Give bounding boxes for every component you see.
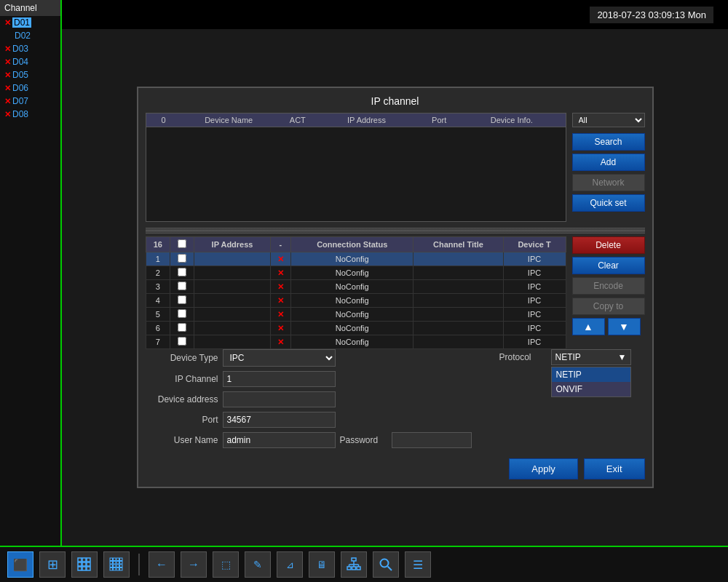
copy-to-button[interactable]: Copy to <box>572 298 645 315</box>
svg-rect-27 <box>352 567 356 570</box>
protocol-option-onvif[interactable]: ONVIF <box>552 382 630 396</box>
row-ip <box>194 308 270 322</box>
protocol-select-btn[interactable]: NETIP ▼ <box>551 349 631 365</box>
ip-channel-input[interactable] <box>223 371 336 387</box>
search-button[interactable]: Search <box>572 133 645 151</box>
row-ip <box>194 335 270 349</box>
row-x-cell: ✕ <box>270 308 291 322</box>
row-num: 5 <box>146 308 170 322</box>
username-input[interactable] <box>223 432 336 448</box>
sidebar-item-d04[interactable]: ✕D04 <box>0 55 60 68</box>
row-checkbox[interactable] <box>178 282 186 290</box>
table-row[interactable]: 5✕NoConfigIPC <box>146 308 566 322</box>
table-row[interactable]: 7✕NoConfigIPC <box>146 335 566 349</box>
dropdown-arrow-icon: ▼ <box>618 352 627 362</box>
svg-rect-5 <box>87 562 90 566</box>
taskbar-btn-search[interactable] <box>373 551 399 578</box>
select-all-checkbox[interactable] <box>178 239 186 248</box>
delete-button[interactable]: Delete <box>572 236 645 254</box>
svg-rect-9 <box>110 558 113 561</box>
row-x-cell: ✕ <box>270 322 291 335</box>
table-row[interactable]: 6✕NoConfigIPC <box>146 322 566 335</box>
taskbar-btn-next[interactable]: → <box>181 551 207 578</box>
row-num: 1 <box>146 252 170 266</box>
svg-rect-24 <box>120 568 123 571</box>
sidebar-item-d08[interactable]: ✕D08 <box>0 108 60 121</box>
device-type-row: Device Type IPC DVR NVR <box>146 349 492 367</box>
table-row[interactable]: 4✕NoConfigIPC <box>146 294 566 308</box>
taskbar-btn-prev[interactable]: ← <box>149 551 175 578</box>
table-row[interactable]: 3✕NoConfigIPC <box>146 280 566 294</box>
table-row[interactable]: 2✕NoConfigIPC <box>146 266 566 280</box>
exit-button[interactable]: Exit <box>584 458 645 479</box>
row-title <box>414 308 503 322</box>
taskbar-btn-live[interactable]: ⬛ <box>7 551 33 578</box>
up-arrow-button[interactable]: ▲ <box>572 318 605 335</box>
col-device-name: Device Name <box>178 116 280 124</box>
sidebar-item-d07[interactable]: ✕D07 <box>0 95 60 108</box>
sidebar-item-d05[interactable]: ✕D05 <box>0 68 60 81</box>
row-checkbox[interactable] <box>178 295 186 304</box>
add-button[interactable]: Add <box>572 154 645 171</box>
taskbar-btn-network[interactable] <box>341 551 367 578</box>
row-status: NoConfig <box>291 322 414 335</box>
row-checkbox[interactable] <box>178 309 186 318</box>
row-status: NoConfig <box>291 266 414 280</box>
device-address-input[interactable] <box>223 391 336 407</box>
apply-button[interactable]: Apply <box>509 458 578 479</box>
clear-button[interactable]: Clear <box>572 257 645 274</box>
table-row[interactable]: 1✕NoConfigIPC <box>146 252 566 266</box>
row-device: IPC <box>503 308 566 322</box>
ip-channel-label: IP Channel <box>146 374 218 384</box>
row-x-cell: ✕ <box>270 335 291 349</box>
sidebar-item-d06[interactable]: ✕D06 <box>0 81 60 95</box>
taskbar-btn-playback[interactable]: ⊿ <box>277 551 303 578</box>
port-input[interactable] <box>223 412 336 428</box>
device-type-select[interactable]: IPC DVR NVR <box>223 349 336 367</box>
row-x-icon: ✕ <box>277 324 284 332</box>
row-num: 4 <box>146 294 170 308</box>
taskbar-btn-ptz[interactable]: ✎ <box>245 551 271 578</box>
x-icon: ✕ <box>4 84 11 93</box>
taskbar-btn-split4[interactable]: ⊞ <box>39 551 66 578</box>
search-table-header: 0 Device Name ACT IP Address Port Device… <box>146 113 566 127</box>
row-checkbox[interactable] <box>178 254 186 263</box>
row-checkbox[interactable] <box>178 268 186 276</box>
svg-rect-13 <box>110 562 113 565</box>
th-status: Connection Status <box>291 237 414 252</box>
channel-label: D08 <box>12 109 28 119</box>
svg-rect-12 <box>120 558 123 561</box>
svg-rect-0 <box>78 558 82 562</box>
protocol-dropdown: NETIP ONVIF <box>551 367 631 397</box>
protocol-label: Protocol <box>499 352 547 362</box>
taskbar-separator-1 <box>138 554 140 575</box>
search-results-empty <box>146 127 566 215</box>
row-status: NoConfig <box>291 335 414 349</box>
row-checkbox[interactable] <box>178 337 186 346</box>
row-device: IPC <box>503 252 566 266</box>
row-cb-cell <box>170 252 194 266</box>
sidebar-item-d01[interactable]: ✕D01 <box>0 16 60 29</box>
row-checkbox[interactable] <box>178 323 186 332</box>
col-act: ACT <box>280 116 316 124</box>
quick-set-button[interactable]: Quick set <box>572 194 645 212</box>
encode-button[interactable]: Encode <box>572 277 645 295</box>
protocol-option-netip[interactable]: NETIP <box>552 367 630 382</box>
filter-select[interactable]: All NETIP ONVIF <box>572 113 645 127</box>
row-cb-cell <box>170 335 194 349</box>
taskbar-btn-split9[interactable] <box>71 551 98 578</box>
row-ip <box>194 266 270 280</box>
taskbar-btn-split16[interactable] <box>103 551 130 578</box>
svg-rect-23 <box>116 568 119 571</box>
sidebar-item-d02[interactable]: D02 <box>0 29 60 42</box>
row-status: NoConfig <box>291 252 414 266</box>
down-arrow-button[interactable]: ▼ <box>608 318 641 335</box>
channel-label: D04 <box>12 57 28 67</box>
taskbar-btn-menu[interactable]: ☰ <box>405 551 431 578</box>
x-icon: ✕ <box>4 97 11 106</box>
network-button[interactable]: Network <box>572 174 645 191</box>
sidebar-item-d03[interactable]: ✕D03 <box>0 42 60 55</box>
taskbar-btn-fullscreen[interactable]: ⬚ <box>213 551 239 578</box>
password-input[interactable] <box>392 432 472 448</box>
taskbar-btn-monitor[interactable]: 🖥 <box>309 551 335 578</box>
